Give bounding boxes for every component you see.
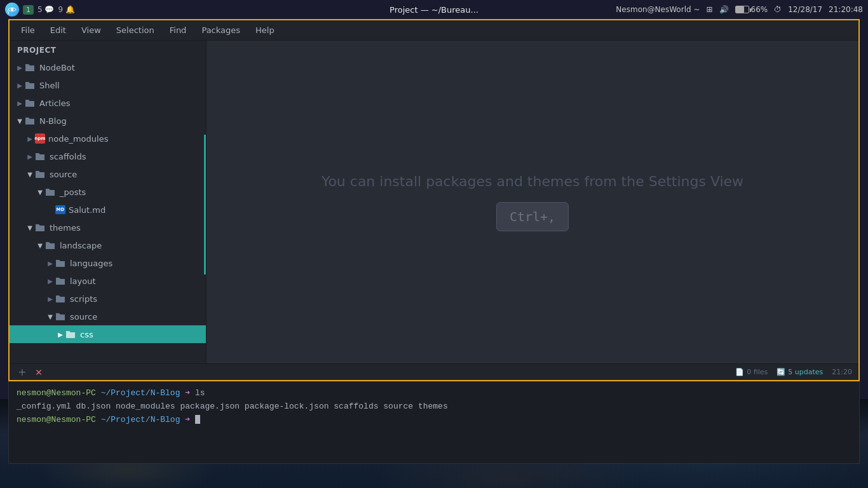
label-posts: _posts: [60, 187, 86, 197]
folder-icon-languages: [55, 259, 67, 268]
tree-item-landscape[interactable]: ▼ landscape: [10, 236, 206, 254]
folder-icon-themes: [35, 223, 46, 232]
terminal-panel[interactable]: nesmon@Nesmon-PC ~/Project/N-Blog ➜ ls _…: [8, 381, 860, 464]
battery-indicator: 66%: [735, 5, 768, 14]
terminal-line-2: nesmon@Nesmon-PC ~/Project/N-Blog ➜: [17, 414, 851, 427]
tree-item-articles[interactable]: ▶ Articles: [10, 94, 206, 112]
label-languages: languages: [70, 259, 112, 268]
tree-item-salut[interactable]: ▶ MD Salut.md: [10, 201, 206, 219]
arrow-nodebot: ▶: [15, 64, 25, 71]
label-nodebot: NodeBot: [39, 63, 75, 72]
folder-icon-css: [65, 330, 77, 339]
tree-item-themes[interactable]: ▼ themes: [10, 219, 206, 236]
arrow-scripts: ▶: [45, 295, 55, 302]
status-bar: + ✕ 📄 0 files 🔄 5 updates 21:20: [10, 363, 858, 380]
arrow-themes: ▼: [25, 224, 35, 231]
term-output-text: _config.yml db.json node_modules package…: [17, 402, 448, 411]
tree-item-source2[interactable]: ▼ source: [10, 308, 206, 325]
main-content-area: You can install packages and themes from…: [207, 41, 858, 363]
folder-icon-nodebot: [25, 63, 36, 72]
time-indicator: 21:20: [832, 368, 852, 376]
tree-item-layout[interactable]: ▶ layout: [10, 272, 206, 290]
arrow-shell: ▶: [15, 82, 25, 89]
folder-icon-shell: [25, 81, 36, 90]
folder-icon-scaffolds: [35, 152, 46, 161]
tree-item-source[interactable]: ▼ source: [10, 165, 206, 183]
user-label: Nesmon@NesWorld ~: [616, 5, 700, 14]
network-icon: ⊞: [706, 5, 712, 14]
tree-item-nodebot[interactable]: ▶ NodeBot: [10, 58, 206, 76]
terminal-line-1: nesmon@Nesmon-PC ~/Project/N-Blog ➜ ls: [17, 387, 851, 400]
menu-find[interactable]: Find: [163, 23, 193, 37]
label-source: source: [50, 170, 77, 179]
term-cmd-1: ls: [195, 388, 205, 398]
file-tree-sidebar[interactable]: Project ▶ NodeBot ▶ Shell ▶: [10, 41, 207, 363]
window-title: Project — ~/Bureau...: [390, 5, 478, 15]
menu-packages[interactable]: Packages: [195, 23, 247, 37]
folder-icon-source: [35, 170, 46, 179]
tree-item-shell[interactable]: ▶ Shell: [10, 76, 206, 94]
updates-indicator: 🔄 5 updates: [776, 368, 823, 376]
menu-edit[interactable]: Edit: [44, 23, 72, 37]
folder-icon-layout: [55, 276, 67, 285]
volume-icon: 🔊: [719, 5, 729, 14]
label-source2: source: [70, 312, 97, 322]
label-scripts: scripts: [70, 294, 97, 304]
atom-icon: [5, 3, 19, 17]
arrow-source: ▼: [25, 171, 35, 178]
tree-item-scripts[interactable]: ▶ scripts: [10, 290, 206, 308]
system-bar: 1 5 💬 9 🔔 Project — ~/Bureau... Nesmon@N…: [0, 0, 868, 19]
clock-icon: ⏱: [774, 5, 782, 14]
arrow-node-modules: ▶: [25, 135, 35, 142]
sidebar-project-title: Project: [10, 41, 206, 58]
keyboard-shortcut: Ctrl+,: [496, 202, 569, 231]
folder-icon-articles: [25, 98, 36, 107]
term-arrow-2: ➜: [185, 415, 195, 424]
arrow-nblog: ▼: [15, 118, 25, 125]
npm-icon: npm: [35, 133, 45, 144]
arrow-layout: ▶: [45, 278, 55, 285]
add-button[interactable]: +: [16, 366, 29, 379]
menu-selection[interactable]: Selection: [110, 23, 161, 37]
updates-label: 5 updates: [788, 368, 823, 376]
term-prompt-2: nesmon@Nesmon-PC: [17, 415, 96, 424]
time-label: 21:20:48: [829, 5, 863, 14]
hint-text: You can install packages and themes from…: [322, 173, 743, 189]
label-themes: themes: [50, 223, 81, 233]
arrow-languages: ▶: [45, 260, 55, 267]
files-label: 0 files: [747, 368, 768, 376]
folder-icon-nblog: [25, 116, 36, 125]
svg-point-0: [11, 8, 13, 11]
chat-count: 5 💬: [37, 5, 54, 14]
file-count-icon: 📄: [735, 368, 744, 376]
label-css: css: [80, 330, 93, 339]
tree-item-posts[interactable]: ▼ _posts: [10, 183, 206, 201]
date-label: 12/28/17: [788, 5, 822, 14]
arrow-posts: ▼: [35, 189, 45, 196]
md-icon-salut: MD: [55, 205, 65, 214]
tree-item-languages[interactable]: ▶ languages: [10, 254, 206, 272]
arrow-scaffolds: ▶: [25, 153, 35, 160]
arrow-css: ▶: [55, 331, 65, 338]
label-salut: Salut.md: [69, 205, 105, 215]
term-arrow-1: ➜: [185, 388, 195, 398]
tree-item-nblog[interactable]: ▼ N-Blog: [10, 112, 206, 130]
menu-help[interactable]: Help: [249, 23, 281, 37]
files-indicator: 📄 0 files: [735, 368, 768, 376]
term-path-1: ~/Project/N-Blog: [101, 388, 186, 398]
tree-item-scaffolds[interactable]: ▶ scaffolds: [10, 147, 206, 165]
term-prompt-1: nesmon@Nesmon-PC: [17, 388, 96, 398]
label-node-modules: node_modules: [48, 134, 108, 144]
close-button[interactable]: ✕: [32, 366, 45, 379]
arrow-landscape: ▼: [35, 242, 45, 249]
label-nblog: N-Blog: [39, 116, 67, 126]
menu-file[interactable]: File: [15, 23, 41, 37]
label-layout: layout: [70, 276, 96, 286]
terminal-cursor: [195, 415, 200, 424]
notification-count: 9 🔔: [58, 5, 74, 14]
menu-bar: File Edit View Selection Find Packages H…: [10, 20, 858, 41]
menu-view[interactable]: View: [75, 23, 107, 37]
folder-icon-scripts: [55, 294, 67, 303]
tree-item-node-modules[interactable]: ▶ npm node_modules: [10, 130, 206, 147]
tree-item-css[interactable]: ▶ css: [10, 325, 206, 343]
